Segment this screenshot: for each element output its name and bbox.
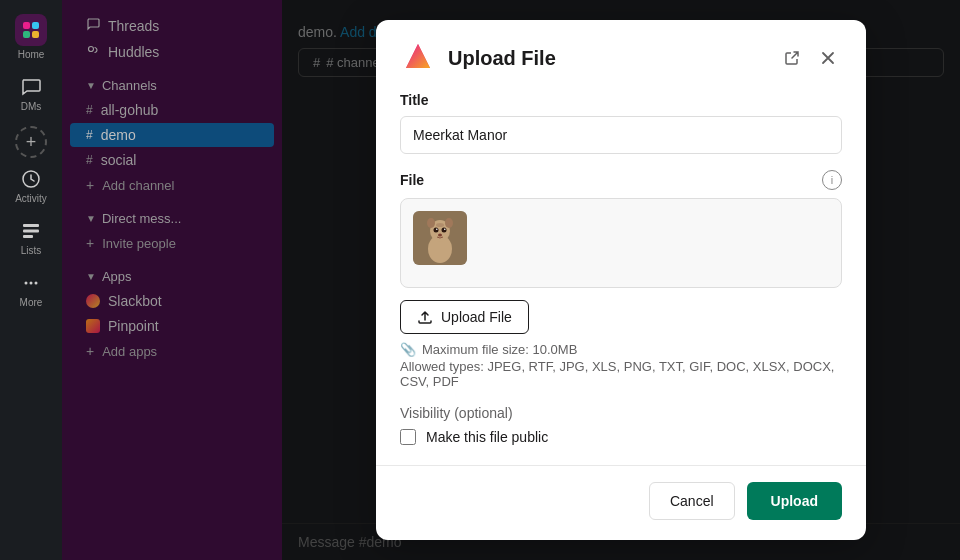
svg-rect-6 — [23, 235, 33, 238]
svg-rect-5 — [23, 230, 39, 233]
upload-icon — [417, 309, 433, 325]
upload-button[interactable]: Upload — [747, 482, 842, 520]
modal-header: Upload File — [376, 20, 866, 92]
chevron-down-icon-apps: ▼ — [86, 271, 96, 282]
sidebar-item-slackbot[interactable]: Slackbot — [70, 289, 274, 313]
svg-point-9 — [35, 282, 38, 285]
info-icon-text: i — [831, 174, 833, 186]
file-size-line: 📎 Maximum file size: 10.0MB — [400, 342, 842, 357]
direct-messages-label: Direct mess... — [102, 211, 181, 226]
close-modal-button[interactable] — [814, 44, 842, 72]
add-channel-label: Add channel — [102, 178, 174, 193]
lists-icon — [20, 220, 42, 242]
rail-item-dms[interactable]: DMs — [8, 70, 54, 118]
visibility-label: Visibility (optional) — [400, 405, 842, 421]
hash-icon-demo: # — [86, 128, 93, 142]
channels-section: ▼ Channels # all-gohub # demo # social +… — [62, 69, 282, 202]
pinpoint-icon — [86, 319, 100, 333]
title-form-group: Title — [400, 92, 842, 154]
channel-sidebar: Threads Huddles ▼ Channels # all-gohub #… — [62, 0, 282, 560]
more-icon — [20, 272, 42, 294]
hash-icon-social: # — [86, 153, 93, 167]
sidebar-item-all-gohub[interactable]: # all-gohub — [70, 98, 274, 122]
channels-header[interactable]: ▼ Channels — [70, 74, 274, 97]
title-label: Title — [400, 92, 842, 108]
channels-header-label: Channels — [102, 78, 157, 93]
activity-icon — [20, 168, 42, 190]
more-label: More — [20, 297, 43, 308]
modal-footer: Cancel Upload — [376, 465, 866, 540]
svg-point-18 — [434, 228, 439, 233]
threads-huddles-section: Threads Huddles — [62, 8, 282, 69]
plus-icon-invite: + — [86, 235, 94, 251]
direct-messages-section: ▼ Direct mess... + Invite people — [62, 202, 282, 260]
invite-people-button[interactable]: + Invite people — [70, 231, 274, 255]
svg-point-10 — [89, 47, 94, 52]
file-section-header: File i — [400, 170, 842, 190]
threads-label: Threads — [108, 18, 159, 34]
lists-label: Lists — [21, 245, 42, 256]
upload-file-modal: Upload File — [376, 20, 866, 540]
make-public-checkbox[interactable] — [400, 429, 416, 445]
rail-item-activity[interactable]: Activity — [8, 162, 54, 210]
channel-name-social: social — [101, 152, 137, 168]
file-label: File — [400, 172, 424, 188]
modal-logo — [400, 40, 436, 76]
dms-label: DMs — [21, 101, 42, 112]
plus-icon-channel: + — [86, 177, 94, 193]
cancel-button[interactable]: Cancel — [649, 482, 735, 520]
apps-header-label: Apps — [102, 269, 132, 284]
plus-icon-apps: + — [86, 343, 94, 359]
huddles-label: Huddles — [108, 44, 159, 60]
rail-item-lists[interactable]: Lists — [8, 214, 54, 262]
file-thumbnail — [413, 211, 467, 265]
slackbot-icon — [86, 294, 100, 308]
modal-overlay: Upload File — [282, 0, 960, 560]
plus-icon: + — [26, 132, 37, 153]
rail-item-home[interactable]: Home — [8, 8, 54, 66]
svg-point-17 — [445, 218, 453, 228]
channel-name-all-gohub: all-gohub — [101, 102, 159, 118]
upload-file-button[interactable]: Upload File — [400, 300, 529, 334]
svg-rect-0 — [23, 22, 30, 29]
add-apps-button[interactable]: + Add apps — [70, 339, 274, 363]
clip-icon: 📎 — [400, 342, 416, 357]
file-info: 📎 Maximum file size: 10.0MB Allowed type… — [400, 342, 842, 389]
svg-marker-12 — [406, 44, 430, 68]
channel-name-demo: demo — [101, 127, 136, 143]
hash-icon-all-gohub: # — [86, 103, 93, 117]
file-drop-area[interactable] — [400, 198, 842, 288]
modal-actions — [778, 44, 842, 72]
make-public-label[interactable]: Make this file public — [426, 429, 548, 445]
svg-rect-4 — [23, 224, 39, 227]
svg-point-16 — [427, 218, 435, 228]
add-workspace-button[interactable]: + — [15, 126, 47, 158]
chevron-down-icon: ▼ — [86, 80, 96, 91]
sidebar-item-threads[interactable]: Threads — [70, 13, 274, 38]
apps-header[interactable]: ▼ Apps — [70, 265, 274, 288]
external-link-button[interactable] — [778, 44, 806, 72]
home-label: Home — [18, 49, 45, 60]
rail-item-more[interactable]: More — [8, 266, 54, 314]
svg-rect-2 — [23, 31, 30, 38]
invite-people-label: Invite people — [102, 236, 176, 251]
direct-messages-header[interactable]: ▼ Direct mess... — [70, 207, 274, 230]
file-info-icon[interactable]: i — [822, 170, 842, 190]
title-input[interactable] — [400, 116, 842, 154]
sidebar-item-social[interactable]: # social — [70, 148, 274, 172]
file-form-group: File i — [400, 170, 842, 389]
sidebar-item-pinpoint[interactable]: Pinpoint — [70, 314, 274, 338]
dms-icon — [20, 76, 42, 98]
add-apps-label: Add apps — [102, 344, 157, 359]
svg-point-20 — [436, 229, 438, 231]
home-app-icon — [15, 14, 47, 46]
svg-point-8 — [30, 282, 33, 285]
add-channel-button[interactable]: + Add channel — [70, 173, 274, 197]
sidebar-item-huddles[interactable]: Huddles — [70, 39, 274, 64]
svg-point-22 — [438, 234, 442, 237]
svg-rect-1 — [32, 22, 39, 29]
sidebar-item-demo[interactable]: # demo — [70, 123, 274, 147]
file-size-text: Maximum file size: 10.0MB — [422, 342, 577, 357]
threads-icon — [86, 17, 100, 34]
activity-label: Activity — [15, 193, 47, 204]
